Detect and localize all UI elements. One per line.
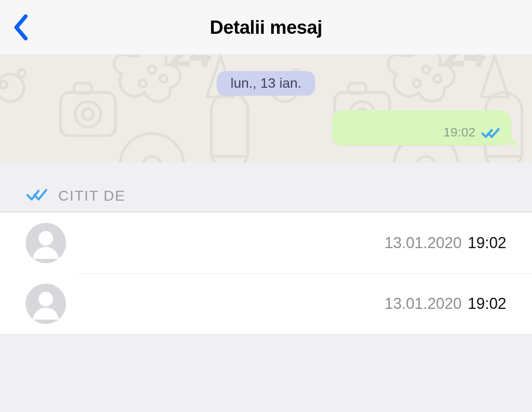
svg-point-3 [39, 292, 53, 306]
reader-time: 19:02 [468, 234, 506, 252]
readers-list: 13.01.2020 19:02 13.01.2020 19:02 [0, 212, 532, 335]
chevron-left-icon [13, 14, 30, 41]
read-by-label: CITIT DE [58, 187, 126, 204]
chat-preview-area: lun., 13 ian. 19:02 [0, 55, 532, 163]
double-check-read-icon [27, 188, 48, 204]
avatar [26, 223, 66, 263]
page-root: Detalii mesaj lun., 13 ian. 19:02 CITIT … [0, 0, 532, 412]
back-button[interactable] [13, 12, 36, 42]
person-icon [26, 223, 66, 263]
date-pill: lun., 13 ian. [217, 71, 315, 95]
header-bar: Detalii mesaj [0, 0, 532, 55]
avatar [26, 284, 66, 324]
outgoing-message-bubble[interactable]: 19:02 [332, 110, 511, 145]
svg-point-1 [39, 231, 53, 246]
reader-date: 13.01.2020 [385, 234, 462, 252]
double-check-read-icon [481, 127, 500, 139]
message-time: 19:02 [443, 125, 475, 139]
reader-date: 13.01.2020 [385, 295, 462, 313]
person-icon [26, 284, 66, 324]
reader-time: 19:02 [468, 295, 506, 313]
list-item[interactable]: 13.01.2020 19:02 [0, 213, 532, 273]
read-by-section-header: CITIT DE [0, 163, 532, 212]
list-item[interactable]: 13.01.2020 19:02 [0, 273, 532, 334]
page-title: Detalii mesaj [210, 17, 323, 38]
